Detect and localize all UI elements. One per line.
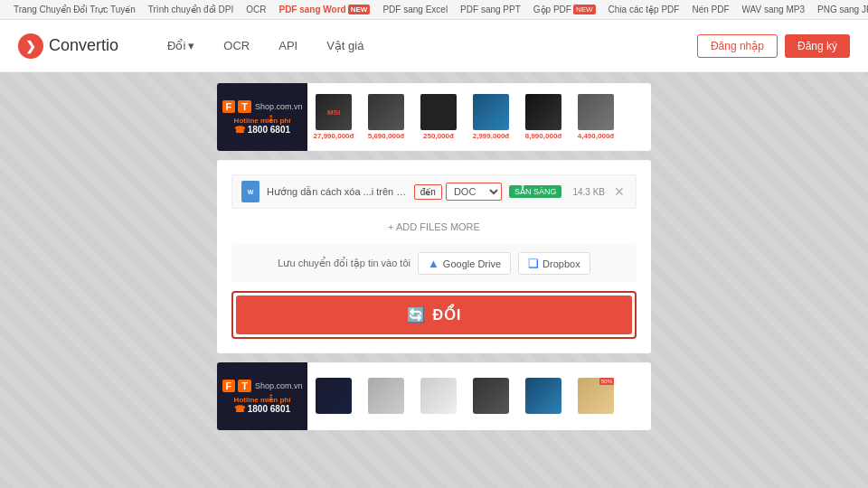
nav-vatgia[interactable]: Vật giá (314, 32, 376, 60)
dropbox-icon: ❑ (528, 257, 539, 270)
file-name: Hướng dẫn cách xóa ...i trên máy tính.do… (267, 186, 407, 198)
product-img-b3 (420, 378, 457, 414)
close-file-button[interactable]: ✕ (612, 184, 627, 199)
logo[interactable]: ❯ Convertio (18, 33, 118, 59)
topnav-item-7[interactable]: Chia các tệp PDF (602, 0, 686, 19)
new-badge-2: NEW (573, 5, 596, 14)
ad-left-bottom: F T Shop.com.vn Hotline miễn phí ☎ 1800 … (217, 362, 307, 430)
ad-banner-bottom[interactable]: F T Shop.com.vn Hotline miễn phí ☎ 1800 … (217, 362, 651, 430)
ad-left-top: F T Shop.com.vn Hotline miễn phí ☎ 1800 … (217, 83, 307, 151)
dropbox-button[interactable]: ❑ Dropbox (518, 252, 590, 275)
logo-text: Convertio (49, 36, 118, 55)
save-label: Lưu chuyển đổi tập tin vào tôi (278, 258, 410, 269)
topnav-item-4[interactable]: PDF sang Excel (376, 0, 454, 19)
product-img-5 (525, 94, 561, 130)
topnav-item-10[interactable]: PNG sang JPG (811, 0, 868, 19)
product-img-b6: 50% (578, 378, 614, 414)
new-badge: NEW (348, 5, 371, 14)
product-img-b1 (316, 378, 352, 414)
google-drive-button[interactable]: ▲ Google Drive (418, 252, 511, 275)
convert-button[interactable]: 🔄 ĐỔI (236, 296, 632, 334)
topnav-item-9[interactable]: WAV sang MP3 (736, 0, 811, 19)
product-img-3 (420, 94, 457, 130)
ad-product-b3 (412, 374, 465, 419)
ad-phone-top: ☎ 1800 6801 (234, 125, 290, 135)
format-select[interactable]: DOC DOCX PDF TXT (446, 183, 502, 201)
gdrive-icon: ▲ (428, 257, 439, 270)
nav-ocr[interactable]: OCR (211, 32, 262, 60)
convert-icon: 🔄 (407, 306, 426, 324)
to-section: đến DOC DOCX PDF TXT (414, 183, 502, 201)
nav-api[interactable]: API (266, 32, 310, 60)
ad-product-b2 (360, 374, 412, 419)
ad-product-b4 (465, 374, 517, 419)
ad-hotline-top: Hotline miễn phí (234, 117, 291, 125)
ad-product-6: 4,490,000đ (570, 90, 622, 144)
ft-shop-logo-bottom: F T Shop.com.vn (222, 380, 303, 392)
ad-banner-top[interactable]: F T Shop.com.vn Hotline miễn phí ☎ 1800 … (217, 83, 651, 151)
ad-product-5: 8,990,000đ (517, 90, 570, 144)
nav-doi[interactable]: Đổi ▾ (155, 32, 207, 60)
topnav-item-0[interactable]: Trang Chuyển Đổi Trực Tuyến (7, 0, 142, 19)
ad-product-b5 (517, 374, 570, 419)
product-img-4 (473, 94, 509, 130)
ad-phone-bottom: ☎ 1800 6801 (234, 404, 290, 414)
topnav-item-8[interactable]: Nén PDF (685, 0, 735, 19)
product-img-b5 (525, 378, 561, 414)
file-row: W Hướng dẫn cách xóa ...i trên máy tính.… (231, 174, 637, 209)
main-content: F T Shop.com.vn Hotline miễn phí ☎ 1800 … (0, 72, 868, 488)
status-badge: SẴN SÀNG (509, 185, 562, 198)
ad-products-top: MSI 27,990,000đ 5,690,000đ 250,000đ 2,99… (307, 90, 651, 144)
ad-product-2: 5,690,000đ (360, 90, 412, 144)
topnav-item-5[interactable]: PDF sang PPT (454, 0, 527, 19)
file-size: 14.3 KB (572, 187, 605, 197)
ad-hotline-bottom: Hotline miễn phí (234, 396, 291, 404)
file-icon: W (241, 181, 259, 202)
ad-product-1: MSI 27,990,000đ (307, 90, 360, 144)
ad-product-b6: 50% (570, 374, 622, 419)
save-row: Lưu chuyển đổi tập tin vào tôi ▲ Google … (231, 245, 637, 282)
product-img-2 (368, 94, 404, 130)
main-nav: Đổi ▾ OCR API Vật giá (155, 32, 697, 60)
product-img-b2 (368, 378, 404, 414)
top-navigation: Trang Chuyển Đổi Trực Tuyến Trình chuyển… (0, 0, 868, 20)
logo-icon: ❯ (18, 33, 43, 59)
ad-product-3: 250,000đ (412, 90, 465, 144)
ad-product-4: 2,999,000đ (465, 90, 517, 144)
ad-products-bottom: 50% (307, 374, 651, 419)
ft-shop-logo: F T Shop.com.vn (222, 100, 303, 113)
topnav-item-pdf-word[interactable]: PDF sang Word NEW (272, 0, 376, 19)
signup-button[interactable]: Đăng ký (785, 34, 850, 58)
main-header: ❯ Convertio Đổi ▾ OCR API Vật giá Đăng n… (0, 20, 868, 72)
topnav-item-1[interactable]: Trình chuyển đổi DPI (142, 0, 240, 19)
to-label: đến (414, 184, 442, 200)
product-img-1: MSI (316, 94, 352, 130)
convert-button-wrapper: 🔄 ĐỔI (231, 291, 637, 339)
add-files-button[interactable]: + ADD FILES MORE (231, 218, 637, 236)
product-img-6 (578, 94, 614, 130)
login-button[interactable]: Đăng nhập (697, 34, 778, 58)
header-actions: Đăng nhập Đăng ký (697, 34, 850, 58)
ad-product-b1 (307, 374, 360, 419)
product-img-b4 (473, 378, 509, 414)
topnav-item-2[interactable]: OCR (240, 0, 272, 19)
topnav-item-gop-pdf[interactable]: Gộp PDF NEW (527, 0, 602, 19)
converter-box: W Hướng dẫn cách xóa ...i trên máy tính.… (217, 160, 651, 353)
